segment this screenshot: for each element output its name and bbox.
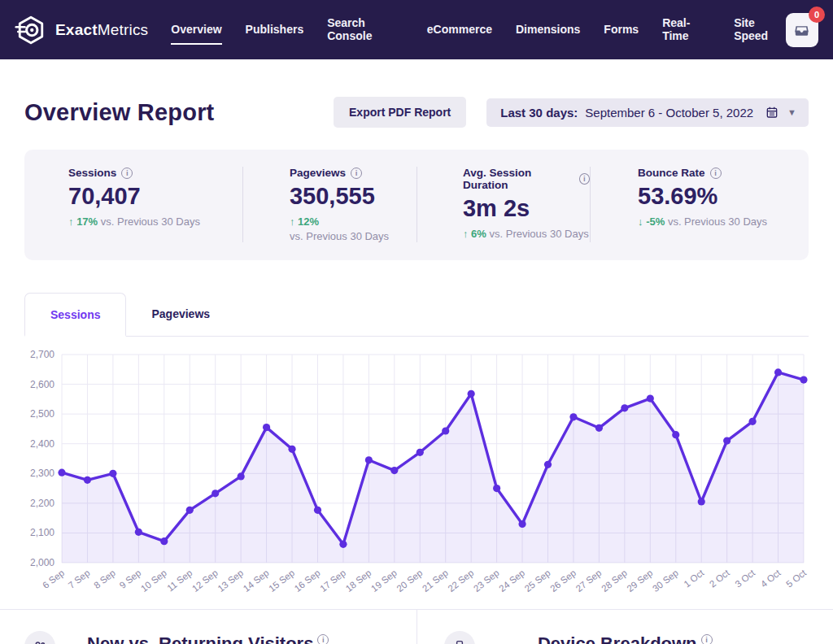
svg-text:10 Sep: 10 Sep <box>139 568 168 594</box>
section-title-new-vs-returning: New vs. Returning Visitorsi <box>0 633 416 644</box>
stat-avg-session-duration: Avg. Session Durationi 3m 2s ↑ 6% vs. Pr… <box>416 167 590 242</box>
stat-value: 350,555 <box>290 183 416 210</box>
svg-text:2,500: 2,500 <box>30 408 55 420</box>
notification-count-badge: 0 <box>809 7 825 23</box>
date-range-picker[interactable]: Last 30 days: September 6 - October 5, 2… <box>486 98 809 127</box>
svg-text:3 Oct: 3 Oct <box>733 568 757 590</box>
info-icon[interactable]: i <box>701 634 713 644</box>
svg-text:2,700: 2,700 <box>30 349 55 360</box>
stat-label: Pageviews <box>290 167 346 179</box>
svg-text:7 Sep: 7 Sep <box>67 568 92 590</box>
caret-down-icon[interactable]: ▼ <box>787 107 796 117</box>
svg-text:6 Sep: 6 Sep <box>41 568 66 590</box>
date-range-value: September 6 - October 5, 2022 <box>585 106 753 120</box>
new-vs-returning-section: New vs. Returning Visitorsi <box>0 610 416 644</box>
svg-text:2 Oct: 2 Oct <box>708 568 732 590</box>
calendar-icon <box>765 106 778 119</box>
svg-text:14 Sep: 14 Sep <box>242 568 271 594</box>
device-breakdown-section: Device Breakdowni <box>416 610 833 644</box>
svg-text:2,000: 2,000 <box>30 557 55 568</box>
svg-text:29 Sep: 29 Sep <box>625 568 654 594</box>
nav-item-ecommerce[interactable]: eCommerce <box>427 15 492 45</box>
svg-text:13 Sep: 13 Sep <box>216 568 245 594</box>
info-icon[interactable]: i <box>579 173 590 185</box>
nav-item-publishers[interactable]: Publishers <box>246 15 304 45</box>
svg-text:16 Sep: 16 Sep <box>293 568 322 594</box>
svg-text:17 Sep: 17 Sep <box>318 568 347 594</box>
svg-text:1 Oct: 1 Oct <box>682 568 706 590</box>
notifications-button[interactable]: 0 <box>786 13 819 47</box>
export-pdf-button[interactable]: Export PDF Report <box>334 97 466 128</box>
svg-text:30 Sep: 30 Sep <box>651 568 680 594</box>
svg-text:8 Sep: 8 Sep <box>92 568 117 590</box>
svg-text:5 Oct: 5 Oct <box>784 568 809 590</box>
page-title: Overview Report <box>24 99 334 126</box>
bottom-reports: New vs. Returning Visitorsi Device Break… <box>0 609 833 644</box>
tab-sessions[interactable]: Sessions <box>24 293 126 337</box>
stat-value: 3m 2s <box>463 195 590 222</box>
svg-text:2,300: 2,300 <box>30 468 55 479</box>
svg-text:11 Sep: 11 Sep <box>165 568 194 593</box>
stat-bounce-rate: Bounce Ratei 53.69% ↓ -5% vs. Previous 3… <box>590 167 809 242</box>
exactmetrics-logo-icon <box>15 14 47 46</box>
info-icon[interactable]: i <box>121 168 133 179</box>
svg-text:28 Sep: 28 Sep <box>600 568 629 594</box>
svg-text:2,400: 2,400 <box>30 438 55 450</box>
stat-sessions: Sessionsi 70,407 ↑ 17% vs. Previous 30 D… <box>24 167 242 242</box>
svg-text:27 Sep: 27 Sep <box>574 568 604 594</box>
svg-text:2,100: 2,100 <box>30 527 55 538</box>
top-navbar: ExactMetrics Overview Publishers Search … <box>0 0 833 59</box>
nav-item-overview[interactable]: Overview <box>171 15 221 45</box>
date-range-label: Last 30 days: <box>500 106 578 120</box>
inbox-icon <box>793 21 810 38</box>
svg-text:19 Sep: 19 Sep <box>369 568 399 594</box>
svg-text:2,600: 2,600 <box>30 379 55 390</box>
svg-text:23 Sep: 23 Sep <box>472 568 501 594</box>
page-header: Overview Report Export PDF Report Last 3… <box>24 97 809 128</box>
nav-item-real-time[interactable]: Real-Time <box>662 8 710 51</box>
brand-logo-link[interactable]: ExactMetrics <box>15 14 148 46</box>
nav-item-search-console[interactable]: Search Console <box>327 8 403 51</box>
tab-pageviews[interactable]: Pageviews <box>126 293 235 336</box>
nav-item-forms[interactable]: Forms <box>604 15 639 45</box>
svg-text:18 Sep: 18 Sep <box>343 568 373 594</box>
section-title-device-breakdown: Device Breakdowni <box>417 633 833 644</box>
svg-text:24 Sep: 24 Sep <box>497 568 526 594</box>
svg-text:25 Sep: 25 Sep <box>523 568 552 594</box>
info-icon[interactable]: i <box>317 634 329 644</box>
nav-item-site-speed[interactable]: Site Speed <box>734 8 785 51</box>
brand-name: ExactMetrics <box>55 21 148 39</box>
svg-text:22 Sep: 22 Sep <box>446 568 475 594</box>
stat-label: Bounce Rate <box>638 167 705 179</box>
nav-item-dimensions[interactable]: Dimensions <box>516 15 580 45</box>
kpi-summary-card: Sessionsi 70,407 ↑ 17% vs. Previous 30 D… <box>24 150 809 260</box>
svg-text:12 Sep: 12 Sep <box>190 568 220 594</box>
info-icon[interactable]: i <box>351 168 362 179</box>
svg-text:2,200: 2,200 <box>30 498 55 509</box>
svg-text:21 Sep: 21 Sep <box>421 568 450 594</box>
svg-text:4 Oct: 4 Oct <box>759 568 783 590</box>
sessions-line-chart: 2,0002,1002,2002,3002,4002,5002,6002,700… <box>24 348 809 600</box>
stat-label: Sessions <box>68 167 116 179</box>
chart-tabbar: Sessions Pageviews <box>24 293 809 337</box>
svg-text:26 Sep: 26 Sep <box>548 568 578 594</box>
info-icon[interactable]: i <box>710 168 722 179</box>
stat-value: 53.69% <box>638 183 809 210</box>
stat-value: 70,407 <box>68 183 242 210</box>
sessions-chart-container: 2,0002,1002,2002,3002,4002,5002,6002,700… <box>24 348 809 600</box>
stat-label: Avg. Session Duration <box>463 167 574 191</box>
main-nav: Overview Publishers Search Console eComm… <box>171 8 785 51</box>
svg-text:20 Sep: 20 Sep <box>395 568 424 594</box>
svg-text:15 Sep: 15 Sep <box>267 568 296 594</box>
stat-pageviews: Pageviewsi 350,555 ↑ 12% vs. Previous 30… <box>242 167 416 242</box>
